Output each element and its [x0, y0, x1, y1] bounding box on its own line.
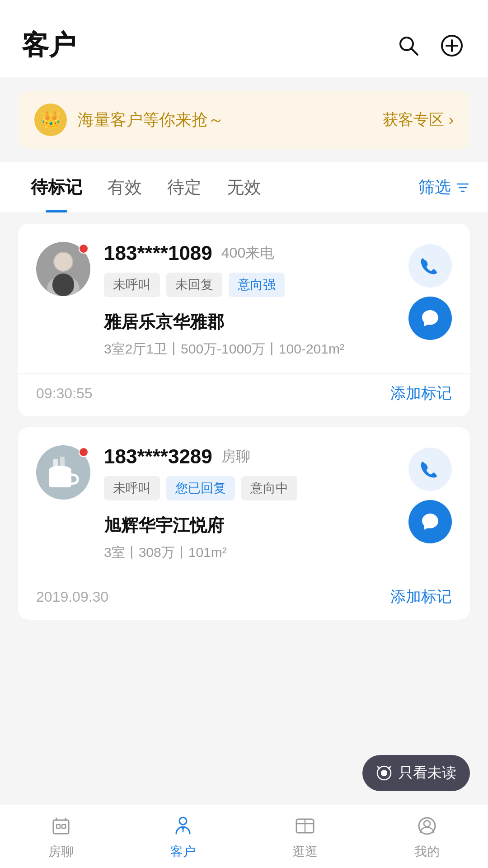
- tag-no-reply-1: 未回复: [166, 273, 222, 297]
- svg-rect-21: [62, 825, 66, 828]
- svg-point-8: [54, 253, 72, 271]
- card-info-1: 183****1089 400来电 未呼叫 未回复 意向强 雅居乐京华雅郡 3室…: [104, 242, 395, 360]
- notification-dot-1: [79, 244, 89, 254]
- avatar-wrapper-2: [36, 445, 90, 563]
- card-top-row-2: 183****3289 房聊: [104, 445, 395, 468]
- customer-source-1: 400来电: [221, 243, 274, 263]
- bottom-navigation: 房聊 客户 逛逛: [0, 805, 488, 868]
- nav-zouzou-label: 逛逛: [292, 843, 318, 860]
- property-name-1: 雅居乐京华雅郡: [104, 311, 395, 334]
- fangju-icon: [48, 813, 74, 839]
- card-time-2: 2019.09.30: [36, 589, 108, 605]
- card-actions-1: [408, 242, 452, 360]
- customer-list: 183****1089 400来电 未呼叫 未回复 意向强 雅居乐京华雅郡 3室…: [0, 213, 488, 631]
- kehu-icon: [170, 813, 196, 839]
- svg-rect-9: [52, 274, 74, 296]
- tags-row-2: 未呼叫 您已回复 意向中: [104, 476, 395, 500]
- crown-icon: 👑: [34, 104, 67, 136]
- tag-strong-intent-1: 意向强: [229, 273, 285, 297]
- customer-phone-2: 183****3289: [104, 445, 212, 468]
- svg-point-22: [179, 817, 187, 825]
- card-info-2: 183****3289 房聊 未呼叫 您已回复 意向中 旭辉华宇江悦府 3室丨3…: [104, 445, 395, 563]
- card-footer-1: 09:30:55 添加标记: [18, 373, 470, 416]
- promo-banner[interactable]: 👑 海量客户等你来抢～ 获客专区 ›: [18, 91, 470, 149]
- customer-card: 183****1089 400来电 未呼叫 未回复 意向强 雅居乐京华雅郡 3室…: [18, 224, 470, 416]
- banner-text: 海量客户等你来抢～: [78, 109, 224, 131]
- call-button-2[interactable]: [408, 448, 452, 491]
- call-button-1[interactable]: [408, 244, 452, 288]
- tab-pending[interactable]: 待标记: [18, 162, 95, 212]
- banner-link[interactable]: 获客专区 ›: [383, 109, 454, 130]
- header: 客户: [0, 0, 488, 77]
- search-button[interactable]: [394, 31, 423, 60]
- svg-rect-20: [56, 825, 60, 828]
- add-tag-button-2[interactable]: 添加标记: [390, 586, 452, 607]
- message-button-2[interactable]: [408, 500, 452, 543]
- card-main-2: 183****3289 房聊 未呼叫 您已回复 意向中 旭辉华宇江悦府 3室丨3…: [18, 427, 470, 577]
- card-footer-2: 2019.09.30 添加标记: [18, 577, 470, 620]
- tab-valid[interactable]: 有效: [95, 162, 155, 212]
- nav-kehu-label: 客户: [170, 843, 196, 860]
- unread-filter-button[interactable]: 只看未读: [362, 755, 470, 791]
- tab-tentative[interactable]: 待定: [155, 162, 214, 212]
- svg-rect-13: [53, 459, 58, 469]
- svg-point-27: [424, 821, 430, 827]
- nav-kehu[interactable]: 客户: [122, 809, 244, 865]
- avatar-wrapper-1: [36, 242, 90, 360]
- customer-card-2: 183****3289 房聊 未呼叫 您已回复 意向中 旭辉华宇江悦府 3室丨3…: [18, 427, 470, 620]
- tab-invalid[interactable]: 无效: [214, 162, 274, 212]
- property-detail-2: 3室丨308万丨101m²: [104, 542, 395, 563]
- mine-icon: [414, 813, 440, 839]
- customer-source-2: 房聊: [221, 447, 250, 467]
- card-main-1: 183****1089 400来电 未呼叫 未回复 意向强 雅居乐京华雅郡 3室…: [18, 224, 470, 373]
- nav-fangju-label: 房聊: [48, 843, 74, 860]
- page-title: 客户: [22, 27, 76, 64]
- tags-row-1: 未呼叫 未回复 意向强: [104, 273, 395, 297]
- tag-replied-2: 您已回复: [166, 476, 235, 500]
- tag-no-call-2: 未呼叫: [104, 476, 160, 500]
- nav-mine-label: 我的: [414, 843, 440, 860]
- svg-point-16: [381, 770, 387, 776]
- zouzou-icon: [292, 813, 318, 839]
- notification-dot-2: [79, 447, 89, 457]
- property-detail-1: 3室2厅1卫丨500万-1000万丨100-201m²: [104, 338, 395, 360]
- nav-fangju[interactable]: 房聊: [0, 809, 122, 865]
- nav-zouzou[interactable]: 逛逛: [244, 809, 366, 865]
- card-time-1: 09:30:55: [36, 385, 93, 402]
- filter-button[interactable]: 筛选: [418, 176, 470, 198]
- customer-phone-1: 183****1089: [104, 242, 212, 264]
- add-tag-button-1[interactable]: 添加标记: [390, 383, 452, 404]
- header-actions: [394, 31, 466, 60]
- nav-mine[interactable]: 我的: [366, 809, 488, 865]
- tab-bar: 待标记 有效 待定 无效 筛选: [0, 162, 488, 213]
- tag-no-call-1: 未呼叫: [104, 273, 160, 297]
- svg-line-1: [411, 48, 418, 55]
- card-actions-2: [408, 445, 452, 563]
- unread-label: 只看未读: [399, 763, 456, 783]
- card-top-row-1: 183****1089 400来电: [104, 242, 395, 264]
- banner-left: 👑 海量客户等你来抢～: [34, 104, 224, 136]
- property-name-2: 旭辉华宇江悦府: [104, 514, 395, 537]
- svg-rect-19: [53, 820, 69, 834]
- add-button[interactable]: [437, 31, 466, 60]
- message-button-1[interactable]: [408, 297, 452, 340]
- tag-intent-mid-2: 意向中: [241, 476, 297, 500]
- svg-rect-14: [60, 457, 65, 469]
